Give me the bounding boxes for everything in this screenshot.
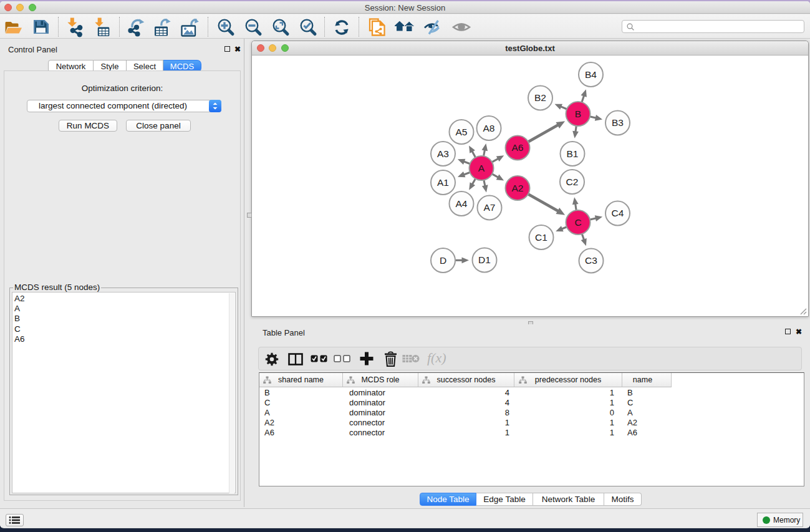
svg-text:A5: A5 (456, 127, 468, 137)
svg-text:C1: C1 (535, 232, 547, 243)
svg-text:B2: B2 (534, 92, 546, 103)
svg-text:A4: A4 (456, 198, 468, 209)
svg-text:A1: A1 (437, 177, 449, 188)
svg-text:C3: C3 (585, 255, 597, 266)
svg-text:A2: A2 (512, 183, 524, 193)
svg-text:C2: C2 (566, 177, 579, 187)
svg-text:A6: A6 (512, 142, 524, 153)
svg-text:A7: A7 (484, 202, 496, 213)
svg-text:B4: B4 (585, 69, 597, 80)
svg-text:B: B (575, 109, 581, 119)
svg-text:B3: B3 (612, 117, 624, 128)
svg-text:D1: D1 (478, 254, 491, 265)
svg-text:B1: B1 (567, 148, 579, 159)
svg-text:A3: A3 (437, 148, 449, 159)
svg-text:D: D (440, 255, 446, 266)
svg-text:C4: C4 (612, 208, 624, 218)
svg-text:A8: A8 (483, 123, 495, 133)
svg-text:A: A (478, 163, 485, 173)
svg-text:C: C (574, 217, 581, 228)
